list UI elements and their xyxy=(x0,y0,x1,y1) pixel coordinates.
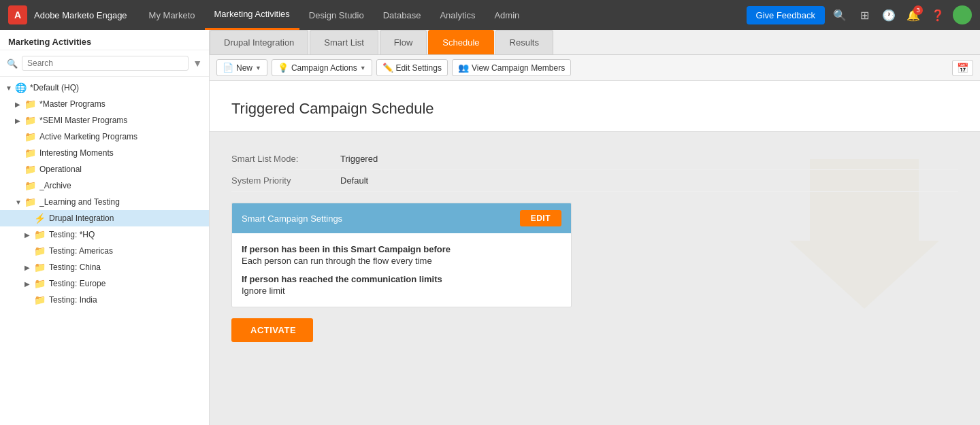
calendar-button[interactable]: 📅 xyxy=(952,60,973,76)
campaign-caret-icon: ▼ xyxy=(360,65,366,71)
edit-settings-icon: ✏️ xyxy=(382,63,393,73)
chevron-icon: ▶ xyxy=(15,117,24,124)
user-avatar[interactable] xyxy=(953,5,972,24)
nav-my-marketo[interactable]: My Marketo xyxy=(140,0,205,30)
system-priority-row: System Priority Default xyxy=(231,170,958,192)
folder-icon: 📁 xyxy=(24,197,36,207)
toolbar-right: 📅 xyxy=(952,60,973,76)
campaign-actions-button[interactable]: 💡 Campaign Actions ▼ xyxy=(272,59,372,76)
campaign-icon: 💡 xyxy=(278,63,289,73)
settings-card: Smart Campaign Settings EDIT If person h… xyxy=(231,203,572,307)
tab-results[interactable]: Results xyxy=(495,30,553,54)
settings-card-body: If person has been in this Smart Campaig… xyxy=(232,233,571,307)
nav-marketing-activities[interactable]: Marketing Activities xyxy=(205,0,299,30)
sidebar: Marketing Activities 🔍 ▼ ▼ 🌐 *Default (H… xyxy=(0,30,210,425)
tree-item-drupal-integration[interactable]: ▶ ⚡ Drupal Integration xyxy=(0,210,209,226)
smart-list-mode-value: Triggered xyxy=(340,154,378,164)
tree-item-label: _Learning and Testing xyxy=(39,197,120,207)
tree-item-archive[interactable]: ▶ 📁 _Archive xyxy=(0,177,209,194)
tree-item-label: _Archive xyxy=(39,181,71,190)
chevron-icon: ▶ xyxy=(24,280,34,288)
new-caret-icon: ▼ xyxy=(255,65,261,71)
folder-icon: 📁 xyxy=(34,229,46,240)
filter-icon[interactable]: ▼ xyxy=(193,58,202,69)
folder-icon: 📁 xyxy=(34,245,46,256)
tabs-bar: Drupal Integration Smart List Flow Sched… xyxy=(210,30,980,55)
folder-icon: 📁 xyxy=(24,99,36,109)
sidebar-search-area: 🔍 ▼ xyxy=(0,50,209,77)
tab-drupal-integration[interactable]: Drupal Integration xyxy=(210,30,308,54)
tree-item-label: Operational xyxy=(39,165,82,174)
smart-list-mode-label: Smart List Mode: xyxy=(231,154,340,164)
folder-icon: 📁 xyxy=(24,164,36,175)
globe-icon: 🌐 xyxy=(15,82,27,93)
rule2-normal: Ignore limit xyxy=(242,286,561,296)
tree-item-testing-china[interactable]: ▶ 📁 Testing: China xyxy=(0,259,209,275)
tree-item-active-marketing[interactable]: ▶ 📁 Active Marketing Programs xyxy=(0,129,209,145)
folder-icon: 📁 xyxy=(24,148,36,158)
system-priority-label: System Priority xyxy=(231,175,340,186)
tree-item-label: Interesting Moments xyxy=(39,148,114,158)
toolbar: 📄 New ▼ 💡 Campaign Actions ▼ ✏️ Edit Set… xyxy=(210,55,980,81)
tree-item-label: Drupal Integration xyxy=(49,214,114,223)
tree-item-semi-master[interactable]: ▶ 📁 *SEMI Master Programs xyxy=(0,112,209,129)
tree-item-label: Testing: India xyxy=(49,295,97,305)
chevron-icon: ▶ xyxy=(24,264,34,271)
tree-item-testing-americas[interactable]: ▶ 📁 Testing: Americas xyxy=(0,243,209,259)
tree-item-label: Testing: *HQ xyxy=(49,230,95,239)
page-title: Triggered Campaign Schedule xyxy=(231,100,958,118)
activate-button[interactable]: ACTIVATE xyxy=(231,318,313,342)
campaign-actions-label: Campaign Actions xyxy=(291,63,357,73)
rule1-row: If person has been in this Smart Campaig… xyxy=(242,244,561,266)
top-nav: A Adobe Marketo Engage My Marketo Market… xyxy=(0,0,980,30)
chevron-icon: ▶ xyxy=(24,231,34,239)
content-area: Triggered Campaign Schedule Smart List M… xyxy=(210,81,980,425)
tab-smart-list[interactable]: Smart List xyxy=(310,30,378,54)
tab-flow[interactable]: Flow xyxy=(380,30,427,54)
system-priority-value: Default xyxy=(340,175,368,186)
tree-item-operational[interactable]: ▶ 📁 Operational xyxy=(0,161,209,177)
nav-design-studio[interactable]: Design Studio xyxy=(299,0,374,30)
tree-item-testing-hq[interactable]: ▶ 📁 Testing: *HQ xyxy=(0,226,209,243)
chevron-icon: ▼ xyxy=(5,84,15,92)
tree-item-label: Testing: Americas xyxy=(49,246,113,256)
history-icon-btn[interactable]: 🕐 xyxy=(879,5,898,24)
view-members-label: View Campaign Members xyxy=(472,63,565,73)
tree-item-testing-india[interactable]: ▶ 📁 Testing: India xyxy=(0,292,209,308)
search-input[interactable] xyxy=(22,56,189,71)
search-icon-btn[interactable]: 🔍 xyxy=(830,5,849,24)
notifications-icon-btn[interactable]: 🔔 3 xyxy=(904,5,923,24)
edit-button[interactable]: EDIT xyxy=(520,210,561,226)
notification-badge: 3 xyxy=(913,5,923,15)
view-campaign-members-button[interactable]: 👥 View Campaign Members xyxy=(452,59,571,76)
sidebar-search-icon: 🔍 xyxy=(7,58,18,69)
app-body: Marketing Activities 🔍 ▼ ▼ 🌐 *Default (H… xyxy=(0,30,980,425)
rule2-bold: If person has reached the communication … xyxy=(242,274,561,284)
grid-icon-btn[interactable]: ⊞ xyxy=(855,5,874,24)
nav-database[interactable]: Database xyxy=(374,0,431,30)
edit-settings-button[interactable]: ✏️ Edit Settings xyxy=(376,59,448,76)
nav-admin[interactable]: Admin xyxy=(485,0,529,30)
sidebar-header: Marketing Activities xyxy=(0,30,209,50)
rule1-normal: Each person can run through the flow eve… xyxy=(242,256,561,266)
nav-analytics[interactable]: Analytics xyxy=(430,0,485,30)
content-header: Triggered Campaign Schedule xyxy=(210,81,980,132)
app-name: Adobe Marketo Engage xyxy=(34,10,127,20)
tree-item-default-hq[interactable]: ▼ 🌐 *Default (HQ) xyxy=(0,80,209,96)
tree-item-learning-testing[interactable]: ▼ 📁 _Learning and Testing xyxy=(0,194,209,210)
tree-item-label: Testing: China xyxy=(49,262,101,272)
app-logo[interactable]: A xyxy=(8,5,27,24)
info-table: Smart List Mode: Triggered System Priori… xyxy=(231,148,958,192)
tree-item-testing-europe[interactable]: ▶ 📁 Testing: Europe xyxy=(0,275,209,292)
nav-right: Give Feedback 🔍 ⊞ 🕐 🔔 3 ❓ xyxy=(747,5,972,24)
help-icon-btn[interactable]: ❓ xyxy=(928,5,947,24)
campaign-icon: ⚡ xyxy=(34,213,46,224)
tree-item-interesting-moments[interactable]: ▶ 📁 Interesting Moments xyxy=(0,145,209,161)
new-button[interactable]: 📄 New ▼ xyxy=(216,59,267,76)
tree-item-master-programs[interactable]: ▶ 📁 *Master Programs xyxy=(0,96,209,112)
new-icon: 📄 xyxy=(223,63,233,73)
tab-schedule[interactable]: Schedule xyxy=(428,30,493,54)
chevron-icon: ▶ xyxy=(15,101,24,108)
folder-icon: 📁 xyxy=(24,131,36,142)
feedback-button[interactable]: Give Feedback xyxy=(747,6,825,24)
